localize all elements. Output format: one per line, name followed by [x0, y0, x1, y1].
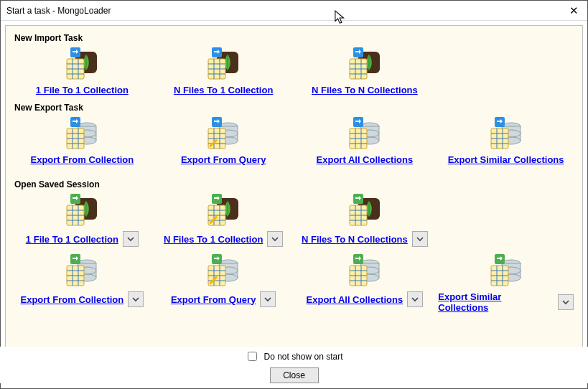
window-title: Start a task - MongoLoader: [6, 6, 111, 16]
chevron-down-icon[interactable]: [123, 231, 139, 247]
chevron-down-icon[interactable]: [407, 291, 423, 307]
task-cell: 1 File To 1 Collection: [11, 46, 153, 100]
task-label-row: Export From Collection: [31, 154, 134, 165]
task-link[interactable]: Export From Query: [181, 154, 266, 165]
session-import-icon[interactable]: [65, 194, 99, 228]
task-link[interactable]: Export All Collections: [307, 294, 403, 305]
task-label-row: 1 File To 1 Collection: [36, 85, 129, 95]
task-cell: N Files To N Collections: [294, 192, 436, 251]
task-cell: Export From Query: [153, 116, 294, 169]
section-export-header: New Export Task: [14, 103, 577, 113]
import-one-icon[interactable]: [347, 47, 382, 82]
export-grid: Export From Collection Export From Query…: [11, 116, 577, 169]
do-not-show-label: Do not show on start: [263, 352, 342, 362]
task-cell: N Files To N Collections: [294, 46, 436, 100]
session-import-edit-icon[interactable]: [206, 194, 241, 228]
export-db-edit-icon[interactable]: [206, 117, 241, 151]
export-db-icon[interactable]: [489, 117, 523, 151]
task-link[interactable]: Export All Collections: [317, 154, 414, 165]
titlebar: Start a task - MongoLoader ✕: [1, 1, 587, 21]
task-label-row: Export All Collections: [317, 154, 414, 165]
task-link[interactable]: N Files To N Collections: [302, 234, 408, 245]
do-not-show-checkbox[interactable]: Do not show on start: [245, 350, 342, 363]
export-db-icon[interactable]: [65, 117, 99, 151]
do-not-show-checkbox-input[interactable]: [248, 352, 257, 361]
session-import-grid: 1 File To 1 Collection N Files To 1 Coll…: [11, 192, 577, 251]
section-import-header: New Import Task: [14, 33, 577, 43]
task-link[interactable]: Export Similar Collections: [448, 154, 564, 165]
task-link[interactable]: Export From Collection: [21, 294, 124, 305]
task-link[interactable]: Export From Collection: [31, 154, 134, 165]
task-cell: Export From Collection: [11, 116, 153, 169]
task-cell: Export All Collections: [294, 253, 436, 317]
task-label-row: N Files To N Collections: [302, 231, 428, 247]
session-export-edit-icon[interactable]: [206, 254, 241, 289]
task-label-row: 1 File To 1 Collection: [26, 231, 139, 247]
task-label-row: N Files To 1 Collection: [174, 85, 273, 95]
close-icon[interactable]: ✕: [566, 4, 582, 17]
task-cell: Export From Query: [153, 253, 294, 317]
task-label-row: Export Similar Collections: [438, 291, 574, 313]
task-link[interactable]: N Files To N Collections: [312, 85, 418, 95]
chevron-down-icon[interactable]: [128, 291, 144, 307]
task-cell: N Files To 1 Collection: [153, 192, 294, 251]
session-export-icon[interactable]: [347, 254, 382, 289]
import-one-icon[interactable]: [206, 47, 241, 82]
task-link[interactable]: Export Similar Collections: [438, 291, 554, 313]
close-button[interactable]: Close: [270, 367, 319, 383]
task-label-row: Export From Query: [181, 154, 266, 165]
chevron-down-icon[interactable]: [412, 231, 428, 247]
task-label-row: N Files To N Collections: [312, 85, 418, 95]
task-cell: Export Similar Collections: [435, 253, 577, 317]
session-import-icon[interactable]: [347, 194, 382, 228]
task-label-row: Export From Collection: [21, 291, 144, 307]
task-cell: N Files To 1 Collection: [153, 46, 294, 100]
task-label-row: Export From Query: [171, 291, 276, 307]
task-cell: Export From Collection: [11, 253, 153, 317]
session-export-icon[interactable]: [489, 254, 523, 289]
session-export-grid: Export From Collection Export From Query…: [11, 253, 577, 317]
import-grid: 1 File To 1 Collection N Files To 1 Coll…: [11, 46, 577, 100]
chevron-down-icon[interactable]: [260, 291, 276, 307]
session-export-icon[interactable]: [65, 254, 99, 289]
task-link[interactable]: N Files To 1 Collection: [174, 85, 273, 95]
task-link[interactable]: 1 File To 1 Collection: [26, 234, 118, 245]
import-one-icon[interactable]: [65, 47, 99, 82]
main-panel: New Import Task 1 File To 1 Collection N…: [5, 25, 583, 364]
task-link[interactable]: Export From Query: [171, 294, 256, 305]
bottom-bar: Do not show on start Close: [0, 347, 588, 383]
task-cell: Export Similar Collections: [435, 116, 577, 169]
export-db-icon[interactable]: [347, 117, 382, 151]
task-cell: Export All Collections: [294, 116, 436, 169]
section-session-header: Open Saved Session: [14, 179, 577, 189]
chevron-down-icon[interactable]: [267, 231, 283, 247]
task-link[interactable]: 1 File To 1 Collection: [36, 85, 129, 95]
task-label-row: N Files To 1 Collection: [164, 231, 283, 247]
task-label-row: Export Similar Collections: [448, 154, 564, 165]
chevron-down-icon[interactable]: [558, 294, 574, 310]
task-cell: 1 File To 1 Collection: [11, 192, 153, 251]
task-link[interactable]: N Files To 1 Collection: [164, 234, 263, 245]
task-label-row: Export All Collections: [307, 291, 424, 307]
